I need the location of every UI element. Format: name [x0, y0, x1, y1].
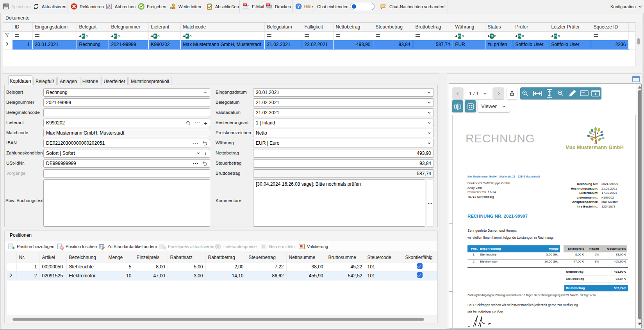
svg-text:PDF: PDF	[266, 4, 270, 6]
svg-text:PDF: PDF	[243, 4, 247, 6]
svg-text:?: ?	[297, 4, 300, 9]
